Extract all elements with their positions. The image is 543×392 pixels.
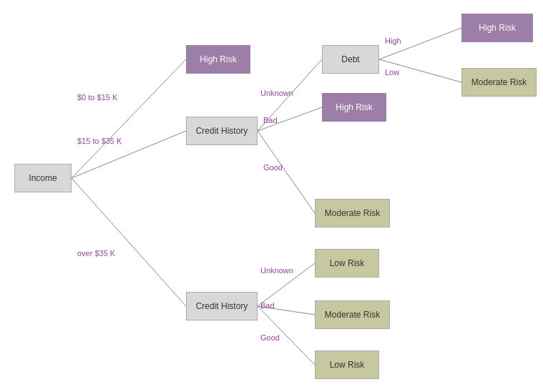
income-node: Income <box>14 164 72 192</box>
low-risk-2-node: Low Risk <box>315 351 379 379</box>
edge-label-credit2-bad: Bad <box>260 301 275 310</box>
high-risk-1-node: High Risk <box>186 45 250 74</box>
moderate-risk-2-label: Moderate Risk <box>325 310 380 320</box>
edge-label-debt-low: Low <box>385 68 399 77</box>
moderate-risk-1-label: Moderate Risk <box>325 208 380 218</box>
moderate-risk-leaf-label: Moderate Risk <box>471 77 527 87</box>
debt-node: Debt <box>322 45 379 74</box>
svg-line-5 <box>258 131 315 213</box>
moderate-risk-1-node: Moderate Risk <box>315 199 390 227</box>
high-risk-2-label: High Risk <box>336 102 372 112</box>
high-risk-leaf-1-node: High Risk <box>461 14 533 42</box>
svg-line-2 <box>72 178 186 306</box>
credit-history-1-label: Credit History <box>196 126 248 136</box>
high-risk-1-label: High Risk <box>200 54 236 64</box>
edge-label-income-over35: over $35 K <box>77 249 115 258</box>
edge-label-credit2-unknown: Unknown <box>260 266 293 275</box>
low-risk-1-label: Low Risk <box>330 258 365 268</box>
moderate-risk-2-node: Moderate Risk <box>315 300 390 329</box>
high-risk-leaf-1-label: High Risk <box>479 23 515 33</box>
credit-history-1-node: Credit History <box>186 117 258 145</box>
high-risk-2-node: High Risk <box>322 93 386 122</box>
edge-label-debt-high: High <box>385 36 401 45</box>
debt-label: Debt <box>341 54 359 64</box>
income-label: Income <box>29 173 57 183</box>
credit-history-2-node: Credit History <box>186 292 258 320</box>
low-risk-2-label: Low Risk <box>330 360 365 370</box>
edge-label-credit1-bad: Bad <box>263 116 278 124</box>
credit-history-2-label: Credit History <box>196 301 248 311</box>
moderate-risk-leaf-node: Moderate Risk <box>461 68 537 97</box>
svg-line-0 <box>72 59 186 178</box>
edge-label-credit2-good: Good <box>260 333 280 342</box>
low-risk-1-node: Low Risk <box>315 249 379 278</box>
edge-label-credit1-good: Good <box>263 163 283 172</box>
edge-label-income-credit1: $15 to $35 K <box>77 137 122 145</box>
edge-label-income-high: $0 to $15 K <box>77 93 117 102</box>
edge-label-credit1-unknown: Unknown <box>260 89 293 97</box>
